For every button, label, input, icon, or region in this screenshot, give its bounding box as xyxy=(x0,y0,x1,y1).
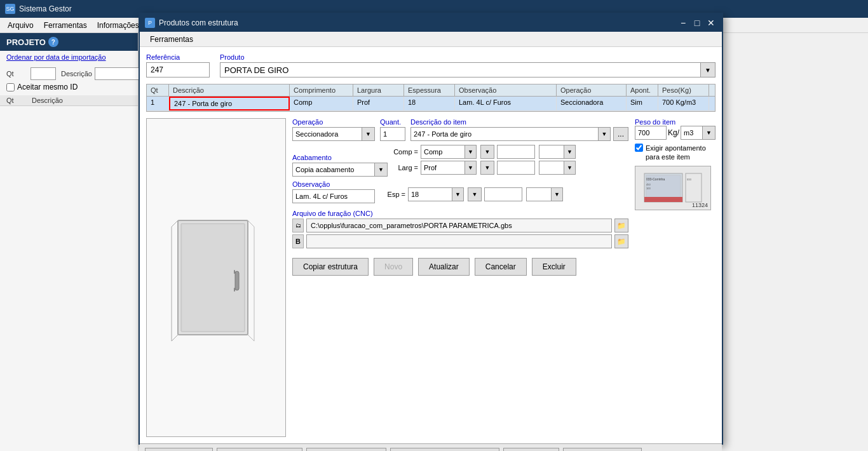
modal-close-btn[interactable]: ✕ xyxy=(705,17,717,29)
lista-btn[interactable]: Lista de Produtos xyxy=(217,448,302,451)
menu-ferramentas[interactable]: Ferramentas xyxy=(39,20,92,31)
comp-extra-btn1[interactable]: ▼ xyxy=(480,145,494,159)
image-panel xyxy=(146,118,286,437)
comp-select2-wrapper: ▼ xyxy=(539,145,576,159)
aceitar-label: Aceitar mesmo ID xyxy=(17,83,78,91)
atribuir-btn[interactable]: Atribuir imagem xyxy=(306,448,386,451)
svg-line-8 xyxy=(172,335,178,341)
referencia-group: Referência xyxy=(146,53,210,77)
operacao-dropdown-btn[interactable]: ▼ xyxy=(362,127,375,141)
app-title: Sistema Gestor xyxy=(19,4,72,13)
comp-select2[interactable] xyxy=(539,145,564,159)
larg-select2-btn[interactable]: ▼ xyxy=(564,161,576,175)
operacao-select[interactable]: Seccionadora xyxy=(292,127,362,141)
exigir-label: Exigir apontamento para este item xyxy=(646,144,706,162)
exigir-row: Exigir apontamento para este item xyxy=(635,144,715,162)
modal-icon: P xyxy=(145,18,155,28)
operacao-select-wrapper: Seccionadora ▼ xyxy=(292,127,375,141)
acabamento-label: Acabamento xyxy=(292,154,388,161)
comp-label: Comp = xyxy=(393,148,418,156)
cnc-input2[interactable] xyxy=(306,234,612,248)
sidebar-title: PROJETO xyxy=(6,37,46,47)
excluir-btn[interactable]: Excluir xyxy=(532,258,576,276)
referencia-input[interactable] xyxy=(146,62,210,77)
cnc-icon1: 🗂 xyxy=(292,219,304,232)
observacao-input[interactable] xyxy=(292,189,375,203)
peso-unit-select[interactable]: m3 xyxy=(681,126,703,140)
peso-input-group: Kg/ m3 ▼ xyxy=(635,126,715,140)
larg-extra-btn1[interactable]: ▼ xyxy=(480,161,494,175)
sidebar-col-desc: Descrição xyxy=(32,97,132,104)
cnc-input1[interactable] xyxy=(306,219,612,232)
esp-select2[interactable] xyxy=(526,187,552,201)
aceitar-checkbox[interactable] xyxy=(6,83,15,91)
modal-minimize-btn[interactable]: − xyxy=(677,17,689,29)
peso-input[interactable] xyxy=(635,126,667,140)
desc-item-wrapper: 247 - Porta de giro ▼ ... xyxy=(410,127,628,141)
footer-excluir-btn[interactable]: Excluir Produto xyxy=(563,448,641,451)
aceitar-row: Aceitar mesmo ID xyxy=(6,83,132,91)
svg-line-6 xyxy=(172,220,178,227)
comp-dropdown-btn[interactable]: ▼ xyxy=(465,145,477,159)
desc-item-select-wrapper: 247 - Porta de giro ▼ xyxy=(410,127,611,141)
footer-atualizar-btn[interactable]: Atualizar xyxy=(503,448,560,451)
exigir-checkbox[interactable] xyxy=(635,144,643,152)
acabamento-row: Acabamento Copia acabamento ▼ C xyxy=(292,145,628,177)
th-ap: Apont. xyxy=(627,84,658,96)
table-row[interactable]: 1 247 - Porta de giro Comp Prof 18 Lam. … xyxy=(147,97,715,111)
larg-select2[interactable] xyxy=(539,161,564,175)
produto-select[interactable]: PORTA DE GIRO xyxy=(220,62,715,77)
larg-select[interactable]: Prof xyxy=(421,161,465,175)
comp-input[interactable] xyxy=(497,145,535,159)
sidebar-sort-link[interactable]: Ordenar por data de importação xyxy=(0,51,138,64)
obs-esp-row: Observação Esp = 18 ▼ xyxy=(292,180,628,203)
modal-maximize-btn[interactable]: □ xyxy=(691,17,703,29)
sidebar-help-icon[interactable]: ? xyxy=(48,37,58,47)
tc-peso: 700 Kg/m3 xyxy=(658,97,709,111)
larg-row: Larg = Prof ▼ ▼ xyxy=(393,161,628,175)
esp-extra-btn1[interactable]: ▼ xyxy=(468,187,482,201)
novo-btn[interactable]: Novo xyxy=(374,258,413,276)
peso-unit-dropdown-btn[interactable]: ▼ xyxy=(703,126,715,140)
cancelar-btn[interactable]: Cancelar xyxy=(475,258,527,276)
produto-dropdown-btn[interactable]: ▼ xyxy=(700,62,715,77)
comp-select[interactable]: Comp xyxy=(421,145,465,159)
desc-item-dropdown-btn[interactable]: ▼ xyxy=(599,127,611,141)
relatorio-btn[interactable]: Relatório de Produtos xyxy=(145,448,213,451)
footer-buttons: Relatório de Produtos Lista de Produtos … xyxy=(140,443,722,451)
menu-informacoes[interactable]: Informações xyxy=(92,20,144,31)
svg-text:033: 033 xyxy=(687,178,691,181)
esp-select2-btn[interactable]: ▼ xyxy=(552,187,563,201)
menu-arquivo[interactable]: Arquivo xyxy=(3,20,39,31)
cnc-browse-btn2[interactable]: 📁 xyxy=(614,234,628,248)
esp-dropdown-btn[interactable]: ▼ xyxy=(452,187,464,201)
qt-input[interactable] xyxy=(31,67,56,80)
esp-input[interactable] xyxy=(484,187,522,201)
cadastrar-btn[interactable]: Cadastrar Novo Produto xyxy=(390,448,499,451)
tc-obs: Lam. 4L c/ Furos xyxy=(455,97,557,111)
atualizar-btn[interactable]: Atualizar xyxy=(418,258,470,276)
esp-row: Esp = 18 ▼ ▼ xyxy=(380,187,628,201)
copiar-btn[interactable]: Copiar estrutura xyxy=(292,258,369,276)
larg-input[interactable] xyxy=(497,161,535,175)
desc-input[interactable] xyxy=(95,67,146,80)
svg-text:450: 450 xyxy=(646,183,651,186)
quant-input[interactable] xyxy=(380,127,405,141)
modal-titlebar: P Produtos com estrutura − □ ✕ xyxy=(140,14,722,32)
svg-rect-4 xyxy=(234,270,235,274)
peso-row: Peso do item Kg/ m3 ▼ xyxy=(635,118,715,140)
tc-ap: Sim xyxy=(627,97,658,111)
desc-item-select[interactable]: 247 - Porta de giro xyxy=(410,127,599,141)
cnc-browse-btn1[interactable]: 📁 xyxy=(614,219,628,232)
esp-select[interactable]: 18 xyxy=(408,187,452,201)
quant-group: Quant. xyxy=(380,118,405,141)
tc-esp: 18 xyxy=(404,97,455,111)
qt-filter-row: Qt Descrição 🔍 xyxy=(6,67,132,80)
desc-item-label: Descrição do item xyxy=(410,118,628,126)
desc-item-dots-btn[interactable]: ... xyxy=(613,127,628,141)
acabamento-select[interactable]: Copia acabamento xyxy=(292,163,375,177)
comp-select2-btn[interactable]: ▼ xyxy=(564,145,576,159)
modal-menu-ferramentas[interactable]: Ferramentas xyxy=(145,34,198,45)
acabamento-dropdown-btn[interactable]: ▼ xyxy=(375,163,388,177)
larg-dropdown-btn[interactable]: ▼ xyxy=(465,161,477,175)
